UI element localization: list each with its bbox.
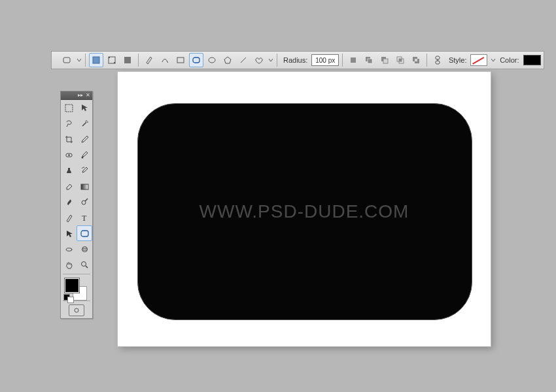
svg-rect-1 [93, 57, 99, 63]
rectangle-shape-icon[interactable] [173, 53, 188, 67]
rounded-rectangle-tool-icon[interactable] [77, 225, 92, 241]
radius-label: Radius: [281, 56, 310, 64]
svg-point-30 [81, 156, 83, 158]
svg-rect-32 [81, 184, 88, 189]
brush-tool-icon[interactable] [77, 147, 92, 163]
tool-preset-dropdown-icon[interactable] [76, 57, 82, 63]
radius-input[interactable]: 100 px [311, 54, 339, 66]
svg-rect-21 [415, 59, 417, 61]
svg-rect-36 [81, 231, 88, 237]
mode-shape-layers-icon[interactable] [89, 53, 103, 67]
separator [138, 54, 139, 67]
watermark-text: WWW.PSD-DUDE.COM [118, 201, 491, 222]
color-label: Color: [497, 56, 521, 64]
tools-panel: ▸▸ ✕ T [60, 91, 93, 319]
svg-marker-9 [224, 57, 231, 63]
color-swatches [61, 276, 92, 299]
pathop-add-icon[interactable] [362, 53, 376, 67]
pathop-subtract-icon[interactable] [377, 53, 392, 67]
mode-paths-icon[interactable] [105, 53, 119, 67]
3d-orbit-tool-icon[interactable] [77, 241, 92, 257]
clone-stamp-tool-icon[interactable] [61, 163, 77, 178]
default-colors-icon-bg [67, 297, 74, 303]
ellipse-shape-icon[interactable] [205, 53, 219, 67]
magic-wand-tool-icon[interactable] [77, 116, 92, 131]
style-label: Style: [446, 56, 470, 64]
mode-fill-pixels-icon[interactable] [120, 53, 135, 67]
3d-rotate-tool-icon[interactable] [61, 241, 77, 257]
svg-line-26 [82, 122, 86, 126]
svg-rect-31 [68, 168, 70, 171]
crop-tool-icon[interactable] [61, 131, 77, 147]
svg-line-40 [86, 266, 88, 268]
pathop-intersect-icon[interactable] [393, 53, 408, 67]
svg-point-8 [209, 57, 215, 63]
custom-shape-icon[interactable] [252, 53, 266, 67]
eraser-tool-icon[interactable] [61, 178, 77, 194]
divider [63, 274, 90, 274]
pen-tool-icon[interactable] [61, 210, 77, 225]
freeform-pen-icon[interactable] [158, 53, 172, 67]
svg-rect-5 [124, 57, 131, 63]
svg-rect-7 [193, 57, 200, 63]
svg-rect-6 [177, 57, 184, 63]
svg-rect-0 [63, 57, 70, 63]
pen-tool-icon[interactable] [142, 53, 156, 67]
shape-options-dropdown-icon[interactable] [268, 57, 273, 63]
separator [85, 54, 86, 67]
zoom-tool-icon[interactable] [77, 257, 92, 272]
smudge-tool-icon[interactable] [61, 194, 77, 210]
svg-line-34 [85, 199, 88, 201]
foreground-color[interactable] [65, 278, 79, 293]
link-icon[interactable] [430, 53, 445, 67]
options-bar: Radius: 100 px Style: Color: [51, 51, 544, 69]
svg-rect-15 [383, 59, 388, 63]
move-tool-icon[interactable] [77, 100, 92, 116]
document-canvas[interactable]: WWW.PSD-DUDE.COM [118, 72, 491, 346]
collapse-icon[interactable]: ▸▸ [78, 93, 83, 98]
path-selection-tool-icon[interactable] [61, 225, 77, 241]
style-dropdown-icon[interactable] [490, 57, 496, 63]
svg-text:T: T [82, 214, 87, 223]
color-picker[interactable] [523, 55, 541, 65]
svg-rect-4 [114, 62, 115, 63]
svg-rect-11 [351, 57, 356, 63]
svg-point-39 [81, 261, 86, 266]
type-tool-icon[interactable]: T [77, 210, 92, 225]
separator [342, 54, 343, 67]
healing-brush-tool-icon[interactable] [61, 147, 77, 163]
style-picker[interactable] [470, 54, 487, 66]
svg-point-37 [82, 246, 87, 252]
lasso-tool-icon[interactable] [61, 116, 77, 131]
tool-preset-picker[interactable] [60, 53, 75, 67]
polygon-shape-icon[interactable] [220, 53, 235, 67]
separator [426, 54, 427, 67]
rounded-rectangle-shape-icon[interactable] [189, 53, 203, 67]
svg-rect-3 [109, 57, 110, 58]
pathop-new-icon[interactable] [346, 53, 360, 67]
close-icon[interactable]: ✕ [86, 93, 90, 98]
hand-tool-icon[interactable] [61, 257, 77, 272]
svg-rect-25 [65, 105, 73, 112]
svg-point-41 [75, 308, 78, 312]
history-brush-tool-icon[interactable] [77, 163, 92, 178]
gradient-tool-icon[interactable] [77, 178, 92, 194]
tools-panel-header[interactable]: ▸▸ ✕ [61, 91, 92, 100]
svg-rect-18 [399, 59, 402, 61]
separator [277, 54, 277, 67]
svg-rect-13 [368, 59, 372, 63]
dodge-tool-icon[interactable] [77, 194, 92, 210]
marquee-tool-icon[interactable] [61, 100, 77, 116]
pathop-exclude-icon[interactable] [409, 53, 423, 67]
svg-line-10 [241, 57, 246, 63]
svg-point-38 [82, 248, 87, 250]
line-shape-icon[interactable] [236, 53, 251, 67]
radius-value: 100 px [315, 57, 335, 64]
quick-mask-toggle[interactable] [61, 302, 92, 318]
eyedropper-tool-icon[interactable] [77, 131, 92, 147]
